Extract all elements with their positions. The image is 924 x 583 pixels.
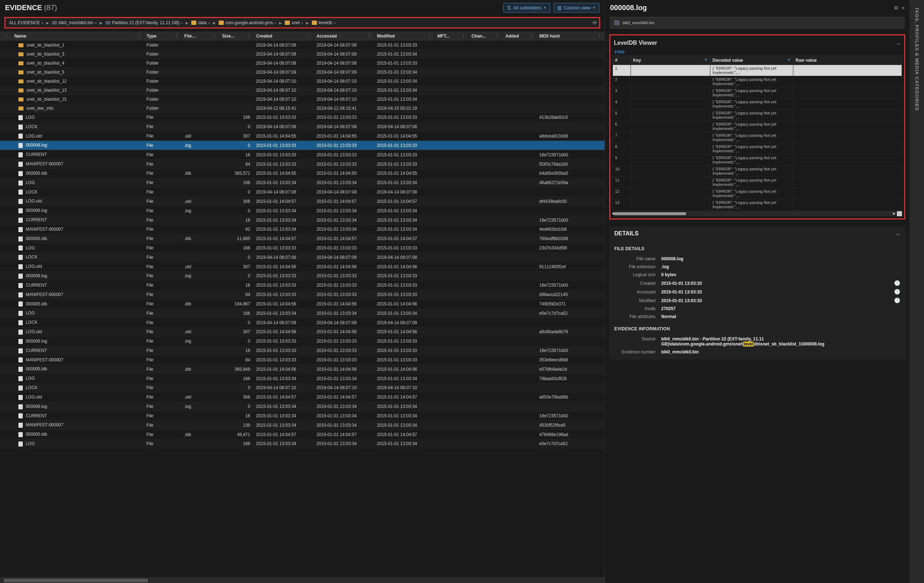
popout-icon[interactable]: ⧉: [894, 5, 898, 11]
column-menu-icon[interactable]: ⋮: [307, 33, 310, 38]
table-row[interactable]: 000008.logFile.log02015-01-01 13:03:3320…: [0, 271, 605, 281]
table-row[interactable]: LOGFile1662015-01-01 13:03:342015-01-01 …: [0, 374, 605, 383]
table-row[interactable]: LOGFile1662015-01-01 13:03:342015-01-01 …: [0, 178, 605, 187]
column-menu-icon[interactable]: ⋮: [175, 33, 178, 38]
table-row[interactable]: snet_sb_blacklist_1Folder2019-04-14 08:0…: [0, 41, 605, 50]
evidence-table-wrap[interactable]: ⋮Name⋮Type⋮File...⋮Size...⋮Created⋮Acces…: [0, 31, 605, 577]
table-row[interactable]: 000005.ldbFile.ldb46,4712015-01-01 14:04…: [0, 430, 605, 439]
ldb-column-header[interactable]: Decoded value▼: [710, 56, 793, 65]
column-header[interactable]: Type⋮: [144, 31, 182, 41]
table-row[interactable]: LOG.oldFile.old3062015-01-01 14:04:57201…: [0, 197, 605, 206]
table-row[interactable]: LOCKFile02019-04-14 08:07:092019-04-14 0…: [0, 318, 605, 327]
table-row[interactable]: snet_sb_blacklist_12Folder2019-04-14 08:…: [0, 77, 605, 86]
column-header[interactable]: Created⋮: [253, 31, 313, 41]
table-row[interactable]: LOGFile1662015-01-01 13:03:342015-01-01 …: [0, 309, 605, 318]
breadcrumb-item[interactable]: data ▸: [190, 20, 211, 26]
chevron-down-icon[interactable]: ▸: [42, 21, 43, 25]
column-menu-icon[interactable]: ⋮: [428, 33, 431, 38]
clock-icon[interactable]: 🕐: [891, 297, 900, 303]
horizontal-scrollbar[interactable]: [0, 577, 605, 583]
ldb-row[interactable]: 10{ "ERROR": "Legacy parsing Not yet Imp…: [613, 166, 902, 177]
table-row[interactable]: 000005.ldbFile.ldb365,9492015-01-01 14:0…: [0, 365, 605, 374]
chevron-down-icon[interactable]: ▸: [275, 21, 276, 25]
chevron-down-icon[interactable]: ▸: [302, 21, 303, 25]
table-row[interactable]: LOCKFile02019-04-14 08:07:082019-04-14 0…: [0, 122, 605, 131]
table-row[interactable]: CURRENTFile162015-01-01 13:03:332015-01-…: [0, 346, 605, 355]
ldb-row[interactable]: 5{ "ERROR": "Legacy parsing Not yet Impl…: [613, 110, 902, 121]
ldb-row[interactable]: 9{ "ERROR": "Legacy parsing Not yet Impl…: [613, 155, 902, 166]
ldb-row[interactable]: 7{ "ERROR": "Legacy parsing Not yet Impl…: [613, 132, 902, 143]
table-row[interactable]: CURRENTFile162015-01-01 13:03:342015-01-…: [0, 216, 605, 225]
breadcrumb-item[interactable]: ALL EVIDENCE ▸: [8, 20, 45, 26]
table-row[interactable]: LOG.oldFile.old3072015-01-01 14:04:56201…: [0, 327, 605, 337]
chevron-down-icon[interactable]: ▸: [209, 21, 210, 25]
ldb-row[interactable]: 6{ "ERROR": "Legacy parsing Not yet Impl…: [613, 121, 902, 132]
refresh-icon[interactable]: ⟳: [593, 20, 597, 26]
column-header[interactable]: ⋮: [0, 31, 11, 41]
table-row[interactable]: 000008.logFile.log02015-01-01 13:03:3420…: [0, 402, 605, 411]
ldb-row[interactable]: 1{ "ERROR": "Legacy parsing Not yet Impl…: [613, 65, 902, 76]
breadcrumb-item[interactable]: snet ▸: [283, 20, 305, 26]
table-row[interactable]: LOCKFile02019-04-14 08:07:082019-04-14 0…: [0, 253, 605, 262]
filter-icon[interactable]: ▼: [787, 58, 791, 62]
ldb-row[interactable]: 11{ "ERROR": "Legacy parsing Not yet Imp…: [613, 177, 902, 188]
collapse-icon[interactable]: ︽: [896, 231, 900, 236]
table-row[interactable]: MANIFEST-000007File842015-01-01 13:03:33…: [0, 160, 605, 169]
chevron-down-icon[interactable]: ▸: [181, 21, 183, 25]
find-link[interactable]: FIND: [612, 48, 902, 56]
table-row[interactable]: snet_sb_blacklist_13Folder2019-04-14 08:…: [0, 86, 605, 95]
table-row[interactable]: snet_sb_blacklist_4Folder2019-04-14 08:0…: [0, 59, 605, 68]
column-menu-icon[interactable]: ⋮: [495, 33, 499, 38]
column-header[interactable]: Name⋮: [11, 31, 143, 41]
ldb-row[interactable]: 3{ "ERROR": "Legacy parsing Not yet Impl…: [613, 88, 902, 99]
ldb-row[interactable]: 12{ "ERROR": "Legacy parsing Not yet Imp…: [613, 188, 902, 199]
table-row[interactable]: 000005.ldbFile.ldb365,5712015-01-01 14:0…: [0, 168, 605, 178]
table-row[interactable]: 000008.logFile.log02015-01-01 13:03:3320…: [0, 337, 605, 346]
ldb-horizontal-scrollbar[interactable]: ◀▶: [612, 211, 902, 216]
table-row[interactable]: LOCKFile02019-04-14 08:07:082019-04-14 0…: [0, 187, 605, 197]
collapse-icon[interactable]: ︽: [897, 40, 901, 46]
column-header[interactable]: Modified⋮: [374, 31, 434, 41]
table-row[interactable]: MANIFEST-000007File842015-01-01 13:03:33…: [0, 355, 605, 365]
column-menu-icon[interactable]: ⋮: [246, 33, 250, 38]
column-menu-icon[interactable]: ⋮: [137, 33, 140, 38]
column-header[interactable]: MFT...⋮: [435, 31, 469, 41]
table-row[interactable]: snet_sb_blacklist_15Folder2019-04-14 08:…: [0, 95, 605, 104]
table-row[interactable]: CURRENTFile162015-01-01 13:03:332015-01-…: [0, 150, 605, 160]
table-row[interactable]: MANIFEST-000007File1392015-01-01 13:03:3…: [0, 421, 605, 430]
all-subfolders-button[interactable]: ⇅ All subfolders ▼: [503, 3, 550, 13]
table-row[interactable]: LOGFile1662015-01-01 13:03:332015-01-01 …: [0, 113, 605, 122]
table-row[interactable]: 000005.ldbFile.ldb11,6852015-01-01 14:04…: [0, 234, 605, 243]
column-header[interactable]: File...⋮: [181, 31, 219, 41]
side-rail-tags[interactable]: TAGS, PROFILES & MEDIA CATEGORIES: [909, 0, 924, 583]
column-header[interactable]: Accessed⋮: [314, 31, 374, 41]
column-menu-icon[interactable]: ⋮: [530, 33, 533, 38]
ldb-row[interactable]: 13{ "ERROR": "Legacy parsing Not yet Imp…: [613, 199, 902, 210]
column-menu-icon[interactable]: ⋮: [213, 33, 216, 38]
table-row[interactable]: CURRENTFile162015-01-01 13:03:342015-01-…: [0, 411, 605, 421]
table-row[interactable]: LOGFile1662015-01-01 13:03:342015-01-01 …: [0, 439, 605, 448]
source-chip[interactable]: blk0_mmcblk0.bin: [610, 17, 904, 28]
ldb-column-header[interactable]: Raw value: [793, 56, 902, 65]
ldb-row[interactable]: 4{ "ERROR": "Legacy parsing Not yet Impl…: [613, 99, 902, 110]
table-row[interactable]: 000005.ldbFile.ldb194,8672015-01-01 14:0…: [0, 299, 605, 309]
ldb-row[interactable]: 8{ "ERROR": "Legacy parsing Not yet Impl…: [613, 143, 902, 155]
table-row[interactable]: snet_sb_blacklist_5Folder2019-04-14 08:0…: [0, 68, 605, 77]
breadcrumb-item[interactable]: leveldb ▸: [310, 20, 337, 26]
column-menu-icon[interactable]: ⋮: [5, 34, 8, 38]
expand-icon[interactable]: »: [902, 5, 904, 11]
breadcrumb-item[interactable]: com.google.android.gms ▸: [217, 20, 277, 26]
table-row[interactable]: LOG.oldFile.old3072015-01-01 14:04:56201…: [0, 262, 605, 271]
table-row[interactable]: MANIFEST-000007File822015-01-01 13:03:34…: [0, 225, 605, 234]
column-header[interactable]: Added⋮: [502, 31, 536, 41]
column-menu-icon[interactable]: ⋮: [462, 33, 465, 38]
breadcrumb-item[interactable]: blk0_mmcblk0.bin ▸: [51, 20, 98, 26]
table-row[interactable]: snet_dex_infoFolder2019-04-12 08:15:4120…: [0, 104, 605, 113]
chevron-down-icon[interactable]: ▸: [334, 21, 336, 25]
clock-icon[interactable]: 🕐: [891, 280, 900, 286]
table-row[interactable]: LOG.oldFile.old3072015-01-01 14:04:55201…: [0, 131, 605, 141]
column-header[interactable]: Size...⋮: [219, 31, 253, 41]
table-row[interactable]: LOG.oldFile.old3062015-01-01 14:04:57201…: [0, 392, 605, 402]
column-header[interactable]: MD5 hash⋮: [536, 31, 604, 41]
ldb-column-header[interactable]: #: [613, 56, 631, 65]
